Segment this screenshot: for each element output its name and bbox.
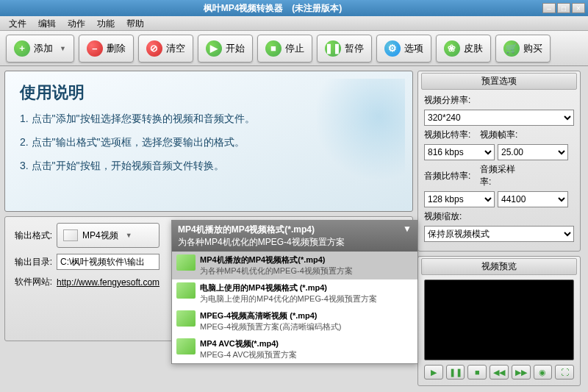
plus-icon: + <box>14 40 30 57</box>
menu-function[interactable]: 功能 <box>91 16 121 30</box>
instruction-2: 2. 点击"输出格式"选项框，选择您要输出的格式。 <box>20 136 398 149</box>
preview-title: 视频预览 <box>421 258 577 275</box>
pause-label: 暂停 <box>345 42 364 55</box>
player-pause-button[interactable]: ❚❚ <box>446 365 465 379</box>
format-item-desc: MPEG-4视频预置方案(高清晰编码格式) <box>200 321 342 332</box>
buy-button[interactable]: 🛒 购买 <box>495 35 551 63</box>
options-button[interactable]: ⚙ 选项 <box>376 35 431 63</box>
delete-label: 删除 <box>107 42 126 55</box>
asamplerate-label: 音频采样率: <box>480 163 523 188</box>
output-format-combo[interactable]: MP4视频 ▼ <box>57 223 159 248</box>
add-label: 添加 <box>34 42 53 55</box>
play-icon: ▶ <box>206 40 222 57</box>
preview-panel: 视频预览 ▶ ❚❚ ■ ◀◀ ▶▶ ◉ ⛶ <box>417 256 581 386</box>
clear-button[interactable]: ⊘ 清空 <box>138 35 193 63</box>
vframerate-select[interactable]: 25.00 <box>498 144 568 160</box>
format-option[interactable]: MP4机播放的MP4视频格式(*.mp4) 为各种MP4机优化的MPEG-4视频… <box>172 252 417 279</box>
gear-icon: ⚙ <box>384 40 401 57</box>
vbitrate-select[interactable]: 816 kbps <box>424 144 495 160</box>
resolution-label: 视频分辨率: <box>424 94 473 107</box>
video-preview <box>424 279 574 360</box>
format-item-title: MP4机播放的MP4视频格式(*.mp4) <box>200 254 353 266</box>
toolbar: + 添加 ▼ – 删除 ⊘ 清空 ▶ 开始 ■ 停止 ❚❚ 暂停 ⚙ 选项 ❀ … <box>0 31 588 66</box>
chevron-down-icon: ▼ <box>126 232 132 239</box>
player-controls: ▶ ❚❚ ■ ◀◀ ▶▶ ◉ ⛶ <box>424 365 574 379</box>
start-button[interactable]: ▶ 开始 <box>198 35 253 63</box>
format-option[interactable]: MPEG-4视频高清晰视频 (*.mp4) MPEG-4视频预置方案(高清晰编码… <box>172 307 417 335</box>
format-file-icon <box>176 254 196 271</box>
presets-title: 预置选项 <box>421 73 577 90</box>
player-stop-button[interactable]: ■ <box>467 365 487 379</box>
start-label: 开始 <box>226 42 245 55</box>
stop-button[interactable]: ■ 停止 <box>257 35 312 63</box>
menu-edit[interactable]: 编辑 <box>32 16 62 30</box>
chevron-down-icon: ▼ <box>60 45 66 52</box>
website-link[interactable]: http://www.fengyesoft.com <box>57 277 159 288</box>
vbitrate-label: 视频比特率: <box>424 129 473 141</box>
format-item-title: 电脑上使用的MP4视频格式 (*.mp4) <box>200 282 377 293</box>
instructions-title: 使用说明 <box>20 82 398 104</box>
format-file-icon <box>176 310 196 327</box>
buy-label: 购买 <box>523 42 542 55</box>
close-button[interactable]: × <box>572 3 585 13</box>
player-fullscreen-button[interactable]: ⛶ <box>555 365 574 379</box>
format-dropdown-header: MP4机播放的MP4视频格式(*.mp4) 为各种MP4机优化的MPEG-4视频… <box>172 221 417 252</box>
website-label: 软件网站: <box>11 276 52 288</box>
maximize-button[interactable]: □ <box>557 3 570 13</box>
cart-icon: 🛒 <box>503 40 520 57</box>
collapse-icon[interactable]: ▼ <box>403 224 412 249</box>
output-dir-label: 输出目录: <box>11 256 52 268</box>
output-dir-input[interactable] <box>57 254 159 270</box>
format-option[interactable]: 电脑上使用的MP4视频格式 (*.mp4) 为电脑上使用的MP4优化的MPEG-… <box>172 279 417 307</box>
instruction-3: 3. 点击"开始"按钮，开始视频音频文件转换。 <box>20 160 398 173</box>
player-play-button[interactable]: ▶ <box>424 365 443 379</box>
player-snapshot-button[interactable]: ◉ <box>534 365 553 379</box>
output-settings-panel: 输出格式: MP4视频 ▼ MP4机播放的MP4视频格式(*.mp4) 为各种M… <box>4 216 413 341</box>
left-panel: 使用说明 1. 点击"添加"按钮选择您要转换的视频和音频文件。 2. 点击"输出… <box>4 71 413 341</box>
format-file-icon <box>176 338 196 354</box>
main-area: 使用说明 1. 点击"添加"按钮选择您要转换的视频和音频文件。 2. 点击"输出… <box>0 66 588 346</box>
stop-icon: ■ <box>265 40 282 57</box>
presets-panel: 预置选项 视频分辨率: 320*240 视频比特率: 视频帧率: 816 kbp… <box>417 71 581 252</box>
format-item-title: MP4 AVC视频(*.mp4) <box>200 338 297 349</box>
window-controls: – □ × <box>542 3 585 13</box>
output-format-value: MP4视频 <box>82 229 118 242</box>
skin-button[interactable]: ❀ 皮肤 <box>436 35 491 63</box>
clear-icon: ⊘ <box>146 40 162 57</box>
skin-label: 皮肤 <box>464 42 483 55</box>
menu-help[interactable]: 帮助 <box>121 16 150 30</box>
format-item-desc: MPEG-4 AVC视频预置方案 <box>200 349 297 360</box>
asamplerate-select[interactable]: 44100 <box>498 191 568 207</box>
stop-label: 停止 <box>285 42 304 55</box>
vframerate-label: 视频帧率: <box>480 129 523 141</box>
clear-label: 清空 <box>166 42 185 55</box>
abitrate-select[interactable]: 128 kbps <box>424 191 495 207</box>
add-button[interactable]: + 添加 ▼ <box>6 35 74 63</box>
delete-button[interactable]: – 删除 <box>79 35 134 63</box>
format-option[interactable]: MP4 AVC视频(*.mp4) MPEG-4 AVC视频预置方案 <box>172 335 417 363</box>
scaling-label: 视频缩放: <box>424 210 473 223</box>
minus-icon: – <box>87 40 103 57</box>
pause-button[interactable]: ❚❚ 暂停 <box>317 35 372 63</box>
player-next-button[interactable]: ▶▶ <box>512 365 531 379</box>
output-format-row: 输出格式: MP4视频 ▼ MP4机播放的MP4视频格式(*.mp4) 为各种M… <box>11 223 406 248</box>
menu-action[interactable]: 动作 <box>62 16 91 30</box>
window-title: 枫叶MP4视频转换器 (未注册版本) <box>3 2 542 15</box>
minimize-button[interactable]: – <box>542 3 556 13</box>
instruction-1: 1. 点击"添加"按钮选择您要转换的视频和音频文件。 <box>20 113 398 126</box>
menu-file[interactable]: 文件 <box>3 16 32 30</box>
resolution-select[interactable]: 320*240 <box>424 110 574 126</box>
pause-icon: ❚❚ <box>325 40 341 57</box>
abitrate-label: 音频比特率: <box>424 170 473 182</box>
menu-bar: 文件 编辑 动作 功能 帮助 <box>0 16 588 31</box>
player-prev-button[interactable]: ◀◀ <box>490 365 509 379</box>
right-panel: 预置选项 视频分辨率: 320*240 视频比特率: 视频帧率: 816 kbp… <box>417 71 581 341</box>
format-item-desc: 为各种MP4机优化的MPEG-4视频预置方案 <box>200 266 353 277</box>
scaling-select[interactable]: 保持原视频模式 <box>424 226 574 242</box>
title-bar: 枫叶MP4视频转换器 (未注册版本) – □ × <box>0 0 588 16</box>
output-format-label: 输出格式: <box>11 229 52 242</box>
instructions-panel: 使用说明 1. 点击"添加"按钮选择您要转换的视频和音频文件。 2. 点击"输出… <box>4 71 413 212</box>
format-header-desc: 为各种MP4机优化的MPEG-4视频预置方案 <box>178 236 345 249</box>
format-file-icon <box>176 282 196 299</box>
options-label: 选项 <box>404 42 423 55</box>
